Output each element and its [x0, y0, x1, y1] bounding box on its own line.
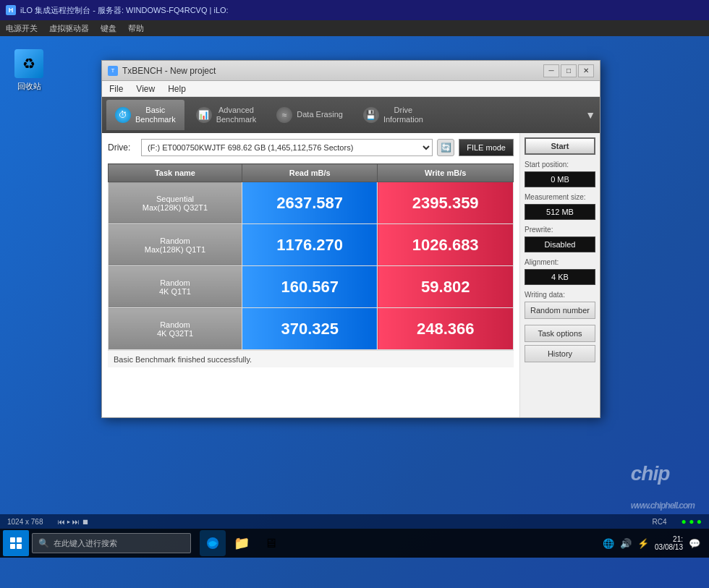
app-icon: T [108, 66, 118, 76]
task-rand-4k-q1: Random4K Q1T1 [109, 266, 242, 308]
task-seq-max: SequentialMax(128K) Q32T1 [109, 182, 242, 224]
status-bar: Basic Benchmark finished successfully. [108, 350, 514, 367]
resolution-text: 1024 x 768 [7, 518, 43, 526]
tab-advanced-benchmark[interactable]: 📊 Advanced Benchmark [187, 100, 266, 130]
close-button[interactable]: ✕ [578, 64, 594, 77]
write-rand-4k-q32: 248.366 [378, 308, 514, 350]
refresh-button[interactable]: 🔄 [437, 139, 454, 156]
toolbar-arrow[interactable]: ▼ [585, 109, 595, 121]
drive-info-icon: 💾 [363, 107, 379, 123]
ilo-title: iLO 集成远程控制台 - 服务器: WINDOWS-FQ4RCVQ | iLO… [20, 5, 229, 16]
read-seq-max: 2637.587 [242, 182, 378, 224]
tab-advanced-label: Advanced Benchmark [216, 106, 257, 124]
clock: 21: 03/08/13 [655, 535, 683, 551]
tab-drive-information[interactable]: 💾 Drive Information [354, 100, 432, 130]
network-icon[interactable]: 🌐 [603, 538, 614, 549]
writing-data-label: Writing data: [525, 291, 595, 299]
maximize-button[interactable]: □ [561, 64, 577, 77]
windows-taskbar: 🔍 在此键入进行搜索 📁 🖥 🌐 🔊 ⚡ 21: [0, 529, 709, 558]
app-window: T TxBENCH - New project ─ □ ✕ File View … [101, 60, 600, 418]
task-rand-128k: RandomMax(128K) Q1T1 [109, 224, 242, 266]
drive-row: Drive: (F:) ET000750KWJTF 698.62 GB (1,4… [108, 139, 514, 156]
table-row: Random4K Q1T1 160.567 59.802 [109, 266, 514, 308]
menu-bar: File View Help [102, 81, 600, 97]
recycle-bin-icon: ♻ [14, 49, 43, 78]
media-controls: ⏮ ▶ ⏭ ⏹ [58, 518, 89, 526]
status-text: Basic Benchmark finished successfully. [114, 355, 252, 364]
desktop: 电源开关 虚拟驱动器 键盘 帮助 ♻ 回收站 T TxBENCH - New p… [0, 20, 709, 558]
start-position-label: Start position: [525, 161, 595, 169]
start-position-value: 0 MB [525, 171, 595, 187]
table-row: SequentialMax(128K) Q32T1 2637.587 2395.… [109, 182, 514, 224]
edge-logo [205, 536, 220, 550]
windows-logo-icon [10, 537, 22, 549]
time-display: 21: [655, 535, 683, 543]
start-menu-button[interactable] [3, 530, 29, 556]
main-content: Drive: (F:) ET000750KWJTF 698.62 GB (1,4… [102, 133, 600, 417]
menu-help[interactable]: Help [165, 82, 189, 95]
prewrite-label: Prewrite: [525, 226, 595, 234]
read-rand-128k: 1176.270 [242, 224, 378, 266]
search-icon: 🔍 [38, 538, 49, 548]
tab-erasing-label: Data Erasing [297, 110, 343, 119]
tab-data-erasing[interactable]: ≈ Data Erasing [268, 100, 352, 130]
ilo-topbar: H iLO 集成远程控制台 - 服务器: WINDOWS-FQ4RCVQ | i… [0, 0, 709, 20]
basic-benchmark-icon: ⏱ [115, 107, 131, 123]
recycle-bin[interactable]: ♻ 回收站 [14, 49, 43, 92]
task-options-button[interactable]: Task options [525, 325, 595, 342]
benchmark-table: Task name Read mB/s Write mB/s Sequentia… [108, 163, 514, 350]
edge-icon[interactable] [200, 530, 226, 556]
menu-view[interactable]: View [133, 82, 158, 95]
ilo-menu-bar: 电源开关 虚拟驱动器 键盘 帮助 [0, 20, 709, 36]
notification-icon[interactable]: 💬 [689, 538, 700, 549]
task-rand-4k-q32: Random4K Q32T1 [109, 308, 242, 350]
search-placeholder: 在此键入进行搜索 [54, 538, 117, 549]
folder-icon[interactable]: 📁 [229, 530, 255, 556]
file-explorer-icon[interactable]: 🖥 [258, 530, 284, 556]
ilo-icon: H [6, 5, 16, 15]
drive-label: Drive: [108, 142, 137, 153]
file-mode-button[interactable]: FILE mode [459, 139, 514, 156]
measurement-size-value: 512 MB [525, 204, 595, 220]
read-rand-4k-q32: 370.325 [242, 308, 378, 350]
tab-drive-label: Drive Information [383, 106, 423, 124]
tab-basic-benchmark[interactable]: ⏱ Basic Benchmark [106, 100, 184, 130]
status-dots: ● ● ● [682, 516, 702, 527]
measurement-size-label: Measurement size: [525, 193, 595, 201]
taskbar-search[interactable]: 🔍 在此键入进行搜索 [32, 533, 191, 553]
window-title: TxBENCH - New project [122, 66, 543, 76]
taskbar-apps: 📁 🖥 [200, 530, 284, 556]
toolbar: ⏱ Basic Benchmark 📊 Advanced Benchmark ≈… [102, 97, 600, 133]
table-row: RandomMax(128K) Q1T1 1176.270 1026.683 [109, 224, 514, 266]
data-erasing-icon: ≈ [276, 107, 292, 123]
write-rand-128k: 1026.683 [378, 224, 514, 266]
right-panel: Start Start position: 0 MB Measurement s… [520, 133, 600, 417]
minimize-button[interactable]: ─ [543, 64, 559, 77]
recycle-bin-label: 回收站 [17, 81, 41, 92]
window-titlebar: T TxBENCH - New project ─ □ ✕ [102, 61, 600, 81]
menu-help[interactable]: 帮助 [128, 23, 144, 34]
menu-vdrive[interactable]: 虚拟驱动器 [49, 23, 89, 34]
write-rand-4k-q1: 59.802 [378, 266, 514, 308]
write-seq-max: 2395.359 [378, 182, 514, 224]
advanced-benchmark-icon: 📊 [196, 107, 212, 123]
history-button[interactable]: History [525, 345, 595, 362]
col-task-header: Task name [109, 164, 242, 182]
menu-keyboard[interactable]: 键盘 [101, 23, 116, 34]
alignment-value: 4 KB [525, 269, 595, 285]
date-display: 03/08/13 [655, 543, 683, 551]
left-panel: Drive: (F:) ET000750KWJTF 698.62 GB (1,4… [102, 133, 520, 417]
table-row: Random4K Q32T1 370.325 248.366 [109, 308, 514, 350]
battery-icon: ⚡ [637, 538, 649, 549]
drive-select[interactable]: (F:) ET000750KWJTF 698.62 GB (1,465,112,… [141, 139, 433, 156]
bottom-status-bar: 1024 x 768 ⏮ ▶ ⏭ ⏹ RC4 ● ● ● [0, 514, 709, 529]
chip-logo: chipwww.chiphell.com [631, 462, 695, 511]
volume-icon[interactable]: 🔊 [620, 538, 632, 549]
menu-file[interactable]: File [106, 82, 126, 95]
menu-power[interactable]: 电源开关 [6, 23, 38, 34]
tab-basic-label: Basic Benchmark [135, 106, 176, 124]
alignment-label: Alignment: [525, 258, 595, 266]
rc4-badge: RC4 [653, 518, 667, 526]
writing-data-button[interactable]: Random number [525, 302, 595, 319]
start-button[interactable]: Start [525, 137, 595, 155]
